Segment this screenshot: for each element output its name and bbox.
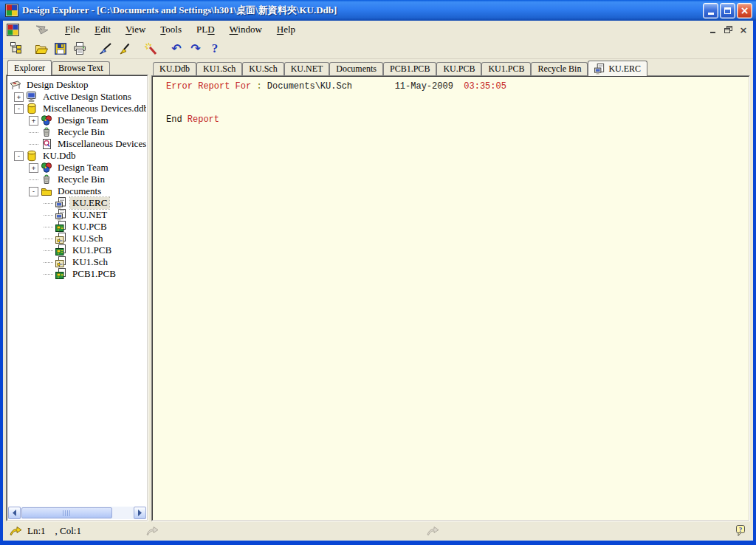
document-tab-ku-erc[interactable]: KU.ERC [588, 61, 647, 76]
menu-help[interactable]: Help [269, 22, 303, 37]
tree-connector [44, 274, 53, 275]
tree-item-label: PCB1.PCB [70, 268, 118, 280]
report-text-segment [453, 81, 464, 92]
sidebar: ExplorerBrowse Text Design Desktop+Activ… [6, 59, 148, 521]
collapse-toggle[interactable]: - [29, 187, 38, 196]
tree-item-documents[interactable]: -Documents [8, 185, 146, 197]
mdi-restore-button[interactable] [721, 24, 735, 35]
tree-item-ku-erc[interactable]: KU.ERC [8, 197, 146, 209]
tree-item-miscellaneous-devices-lib[interactable]: Miscellaneous Devices.lib [8, 138, 146, 150]
database-icon [26, 150, 38, 162]
sidebar-tab-explorer[interactable]: Explorer [7, 60, 52, 75]
pcb-doc-icon [55, 268, 68, 280]
collapse-toggle[interactable]: - [14, 151, 24, 161]
report-text-segment [352, 81, 395, 92]
close-button[interactable]: × [737, 3, 752, 18]
menu-view[interactable]: View [118, 22, 153, 37]
tree-item-label: KU.Sch [70, 233, 106, 244]
report-area: Error Report For : Documents\KU.Sch 11-M… [154, 78, 748, 519]
scrollbar-thumb[interactable] [21, 507, 112, 518]
tree-item-design-desktop[interactable]: Design Desktop [8, 79, 146, 91]
menu-file[interactable]: File [58, 22, 87, 37]
document-tab-ku-net[interactable]: KU.NET [284, 62, 330, 75]
sidebar-tab-browse-text[interactable]: Browse Text [52, 61, 110, 75]
document-tab-ku-ddb[interactable]: KU.Ddb [153, 62, 196, 75]
document-tab-ku1-sch[interactable]: KU1.Sch [196, 62, 242, 75]
textdoc-icon [55, 197, 68, 209]
tree-item-label: Active Design Stations [41, 91, 134, 103]
expand-toggle[interactable]: + [29, 163, 38, 173]
tree-item-recycle-bin[interactable]: Recycle Bin [8, 126, 146, 138]
stations-icon [26, 91, 38, 103]
document-tab-ku-pcb[interactable]: KU.PCB [436, 62, 481, 75]
minimize-button[interactable] [703, 3, 718, 18]
tree-item-ku-ddb[interactable]: -KU.Ddb [8, 150, 146, 162]
menu-window[interactable]: Window [222, 22, 269, 37]
print-button[interactable] [70, 40, 89, 58]
tree-connector [29, 132, 38, 133]
recycle-icon [41, 126, 53, 138]
report-text-segment: Report [188, 114, 219, 125]
help-bubble-icon[interactable]: ? [735, 525, 747, 538]
tab-label: KU.ERC [608, 64, 641, 75]
document-tab-recycle-bin[interactable]: Recycle Bin [531, 62, 588, 75]
report-text-segment: 11-May-2009 [395, 81, 453, 92]
report-line [166, 92, 748, 103]
document-tab-ku-sch[interactable]: KU.Sch [242, 62, 284, 75]
report-line: End Report [166, 114, 748, 126]
tree-item-pcb1-pcb[interactable]: PCB1.PCB [8, 268, 146, 280]
mdi-minimize-button[interactable] [706, 24, 719, 35]
document-tab-pcb1-pcb[interactable]: PCB1.PCB [383, 62, 436, 75]
maximize-button[interactable] [720, 3, 735, 18]
tree-connector [44, 215, 53, 216]
save-button[interactable] [51, 40, 70, 58]
tab-label: PCB1.PCB [390, 64, 430, 75]
textdoc-icon [55, 209, 68, 221]
folder-icon [41, 185, 53, 197]
mdi-close-button[interactable]: × [737, 24, 750, 35]
scroll-left-button[interactable] [8, 507, 21, 519]
tree-item-design-team[interactable]: +Design Team [8, 114, 146, 126]
tree-item-label: Design Team [55, 162, 111, 174]
menu-tools[interactable]: Tools [153, 22, 189, 37]
tree-item-design-team[interactable]: +Design Team [8, 162, 146, 174]
menu-edit[interactable]: Edit [87, 22, 118, 37]
tree-item-label: Documents [55, 185, 103, 197]
expand-toggle[interactable]: + [14, 92, 24, 102]
knife-tool-button[interactable] [96, 40, 115, 58]
tree-item-miscellaneous-devices-ddb[interactable]: -Miscellaneous Devices.ddb [8, 103, 146, 114]
menu-pld[interactable]: PLD [189, 22, 222, 37]
tree-item-label: Design Desktop [24, 79, 90, 91]
tree-item-label: Miscellaneous Devices.lib [55, 138, 146, 150]
menu-drop-arrow-icon[interactable] [34, 24, 50, 36]
help-button[interactable]: ? [205, 40, 224, 58]
explorer-toggle-button[interactable] [6, 40, 25, 58]
tab-label: KU1.PCB [488, 64, 524, 75]
tree-item-ku1-pcb[interactable]: KU1.PCB [8, 244, 146, 256]
document-tab-documents[interactable]: Documents [329, 62, 383, 75]
undo-button[interactable]: ↶ [167, 40, 186, 58]
tree-item-label: KU1.PCB [70, 244, 114, 256]
open-button[interactable] [32, 40, 51, 58]
sidebar-horizontal-scrollbar[interactable] [8, 507, 146, 519]
recycle-icon [41, 174, 53, 185]
tree-item-label: Recycle Bin [55, 174, 107, 185]
tree-item-active-design-stations[interactable]: +Active Design Stations [8, 91, 146, 103]
tree-item-recycle-bin[interactable]: Recycle Bin [8, 174, 146, 185]
svg-text:?: ? [739, 526, 743, 533]
collapse-toggle[interactable]: - [14, 104, 24, 114]
tree-item-ku-pcb[interactable]: KU.PCB [8, 221, 146, 233]
scroll-right-button[interactable] [134, 507, 146, 519]
report-text-segment: End [166, 114, 188, 125]
wand-tool-button[interactable] [141, 40, 160, 58]
tree-item-ku1-sch[interactable]: KU1.Sch [8, 256, 146, 268]
expand-toggle[interactable]: + [29, 116, 38, 126]
tree-item-ku-sch[interactable]: KU.Sch [8, 233, 146, 244]
pcb-doc-icon [55, 244, 68, 256]
pencil-tool-button[interactable] [115, 40, 134, 58]
document-tab-ku1-pcb[interactable]: KU1.PCB [481, 62, 531, 75]
tree-connector [29, 144, 38, 145]
redo-button[interactable]: ↷ [186, 40, 205, 58]
tree-item-ku-net[interactable]: KU.NET [8, 209, 146, 221]
desktop-icon [10, 79, 22, 91]
